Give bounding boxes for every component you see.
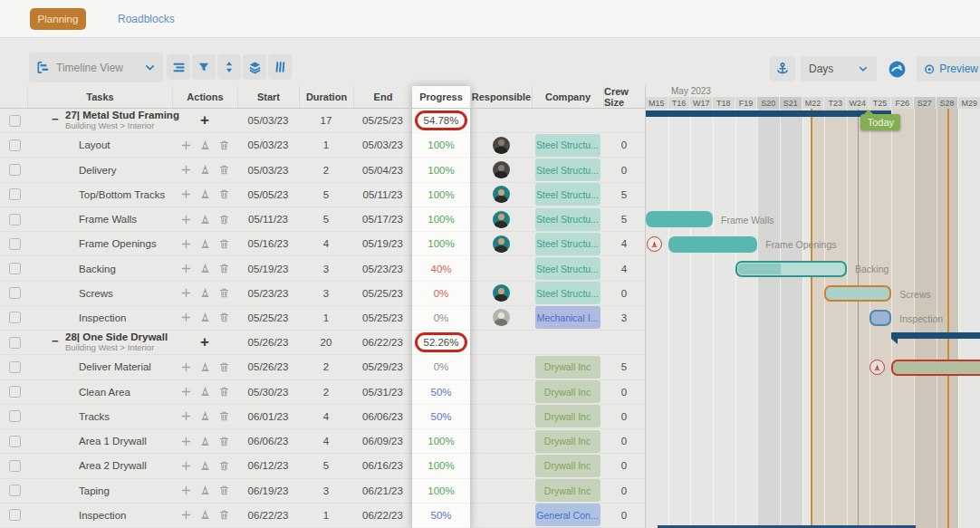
filter-button[interactable] — [192, 54, 216, 80]
delete-icon[interactable] — [218, 509, 230, 521]
roadblock-icon[interactable] — [199, 287, 211, 299]
company-chip[interactable]: Drywall Inc — [535, 380, 600, 403]
row-checkbox[interactable] — [9, 460, 21, 472]
delete-icon[interactable] — [218, 214, 230, 226]
column-header-Responsible[interactable]: Responsible — [470, 86, 532, 108]
column-header-checkbox[interactable] — [0, 86, 27, 108]
roadblock-icon[interactable] — [199, 139, 211, 151]
row-checkbox[interactable] — [9, 361, 21, 373]
roadblock-badge[interactable] — [647, 236, 662, 252]
company-chip[interactable]: Steel Structu... — [535, 158, 600, 181]
company-chip[interactable]: Steel Structu... — [535, 257, 600, 280]
add-subtask-icon[interactable] — [180, 410, 192, 422]
add-task-button[interactable]: + — [200, 333, 209, 351]
avatar[interactable] — [493, 235, 510, 253]
columns-button[interactable] — [268, 54, 292, 80]
row-checkbox[interactable] — [9, 164, 21, 176]
row-checkbox[interactable] — [9, 509, 21, 521]
company-chip[interactable]: Steel Structu... — [535, 233, 600, 255]
row-checkbox[interactable] — [9, 337, 21, 349]
row-checkbox[interactable] — [9, 312, 21, 323]
task-bar[interactable] — [735, 261, 847, 277]
row-checkbox[interactable] — [9, 115, 21, 127]
add-subtask-icon[interactable] — [180, 287, 192, 299]
collapse-toggle[interactable]: − — [52, 335, 59, 349]
add-subtask-icon[interactable] — [180, 188, 192, 200]
row-checkbox[interactable] — [9, 238, 21, 250]
add-subtask-icon[interactable] — [180, 386, 192, 398]
avatar[interactable] — [493, 186, 510, 203]
assistant-button[interactable] — [884, 56, 909, 82]
avatar[interactable] — [493, 161, 510, 178]
summary-bar[interactable] — [646, 110, 891, 117]
row-checkbox[interactable] — [9, 386, 21, 398]
add-subtask-icon[interactable] — [180, 485, 192, 496]
delete-icon[interactable] — [218, 238, 230, 250]
add-subtask-icon[interactable] — [180, 164, 192, 176]
delete-icon[interactable] — [218, 139, 230, 151]
delete-icon[interactable] — [218, 312, 230, 323]
company-chip[interactable]: Drywall Inc — [535, 356, 600, 379]
company-chip[interactable]: Drywall Inc — [535, 430, 600, 453]
add-subtask-icon[interactable] — [180, 312, 192, 323]
roadblock-icon[interactable] — [199, 410, 211, 422]
row-checkbox[interactable] — [9, 485, 21, 496]
row-checkbox[interactable] — [9, 436, 21, 447]
company-chip[interactable]: Steel Structu... — [535, 183, 600, 206]
avatar[interactable] — [493, 137, 510, 154]
row-checkbox[interactable] — [9, 287, 21, 299]
row-checkbox[interactable] — [9, 188, 21, 200]
zoom-level-select[interactable]: Days — [801, 56, 877, 82]
column-header-End[interactable]: End — [353, 86, 412, 108]
company-chip[interactable]: Drywall Inc — [535, 479, 600, 502]
delete-icon[interactable] — [218, 460, 230, 472]
row-checkbox[interactable] — [9, 263, 21, 274]
sort-button[interactable] — [217, 54, 241, 80]
roadblock-icon[interactable] — [199, 164, 211, 176]
delete-icon[interactable] — [218, 361, 230, 373]
task-bar[interactable] — [891, 360, 980, 376]
roadblock-icon[interactable] — [199, 214, 211, 226]
task-bar[interactable] — [824, 285, 891, 302]
delete-icon[interactable] — [218, 164, 230, 176]
preview-button[interactable]: Preview — [917, 56, 980, 82]
row-checkbox[interactable] — [9, 410, 21, 422]
add-subtask-icon[interactable] — [180, 238, 192, 250]
avatar[interactable] — [493, 284, 510, 302]
outline-button[interactable] — [167, 54, 190, 80]
roadblock-icon[interactable] — [199, 312, 211, 323]
row-checkbox[interactable] — [9, 214, 21, 226]
add-subtask-icon[interactable] — [180, 263, 192, 274]
cone-icon[interactable] — [649, 239, 659, 249]
delete-icon[interactable] — [218, 188, 230, 200]
row-checkbox[interactable] — [9, 139, 21, 151]
add-task-button[interactable]: + — [200, 111, 209, 130]
add-subtask-icon[interactable] — [180, 460, 192, 472]
roadblock-icon[interactable] — [199, 263, 211, 274]
roadblocks-tab[interactable]: Roadblocks — [118, 13, 175, 25]
company-chip[interactable]: Steel Structu... — [535, 134, 600, 157]
add-subtask-icon[interactable] — [180, 139, 192, 151]
roadblock-icon[interactable] — [199, 436, 211, 447]
collapse-toggle[interactable]: − — [52, 112, 59, 126]
avatar[interactable] — [493, 309, 510, 326]
add-subtask-icon[interactable] — [180, 361, 192, 373]
delete-icon[interactable] — [218, 436, 230, 447]
column-header-Tasks[interactable]: Tasks — [27, 86, 172, 108]
column-header-Start[interactable]: Start — [237, 86, 299, 108]
anchor-button[interactable] — [770, 56, 795, 82]
add-subtask-icon[interactable] — [180, 214, 192, 226]
delete-icon[interactable] — [218, 386, 230, 398]
cone-icon[interactable] — [872, 362, 882, 372]
roadblock-icon[interactable] — [199, 460, 211, 472]
task-bar[interactable] — [646, 211, 713, 227]
delete-icon[interactable] — [218, 263, 230, 274]
column-header-Duration[interactable]: Duration — [299, 86, 353, 108]
layers-button[interactable] — [243, 54, 266, 80]
roadblock-icon[interactable] — [199, 361, 211, 373]
company-chip[interactable]: Drywall Inc — [535, 455, 600, 477]
add-subtask-icon[interactable] — [180, 509, 192, 521]
column-header-Company[interactable]: Company — [532, 86, 603, 108]
task-bar[interactable] — [668, 236, 758, 253]
column-header-Actions[interactable]: Actions — [172, 86, 237, 108]
